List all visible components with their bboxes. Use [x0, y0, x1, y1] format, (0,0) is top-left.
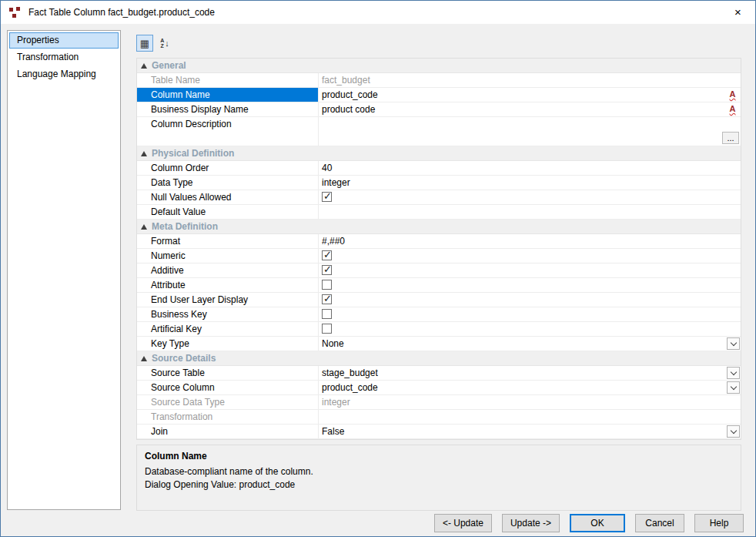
cancel-button[interactable]: Cancel — [635, 514, 684, 532]
property-value-column-name[interactable]: product_code — [319, 88, 741, 102]
property-label-business-key: Business Key — [137, 307, 319, 321]
property-value-column-order[interactable]: 40 — [319, 161, 741, 175]
property-label-source-data-type: Source Data Type — [137, 395, 319, 409]
property-row-end-user-layer-display[interactable]: End User Layer Display✓ — [137, 293, 741, 307]
sidebar-item-properties[interactable]: Properties — [9, 32, 119, 49]
toolbar: ▦ A Z ↓ — [136, 35, 173, 52]
property-row-additive[interactable]: Additive✓ — [137, 263, 741, 278]
property-label-source-column: Source Column — [137, 381, 319, 394]
property-value-format[interactable]: #,##0 — [319, 234, 741, 248]
property-label-additive: Additive — [137, 263, 319, 277]
property-value-join[interactable]: False — [319, 425, 741, 438]
property-label-data-type: Data Type — [137, 176, 319, 190]
property-label-join: Join — [137, 425, 319, 438]
section-header-physical-definition[interactable]: Physical Definition — [137, 146, 741, 161]
property-value-end-user-layer-display: ✓ — [319, 293, 741, 307]
checkmark-icon: ✓ — [323, 249, 332, 262]
property-row-null-values-allowed[interactable]: Null Values Allowed✓ — [137, 190, 741, 205]
property-label-column-description: Column Description — [137, 117, 319, 146]
dropdown-button-source-column[interactable] — [727, 381, 740, 394]
sidebar-item-transformation[interactable]: Transformation — [9, 49, 119, 65]
chevron-down-icon — [730, 368, 736, 374]
categorized-icon: ▦ — [140, 39, 149, 49]
sidebar-item-language-mapping[interactable]: Language Mapping — [9, 66, 119, 82]
dropdown-button-key-type[interactable] — [727, 337, 740, 350]
property-row-artificial-key[interactable]: Artificial Key — [137, 322, 741, 337]
property-value-source-data-type: integer — [319, 395, 741, 409]
property-value-null-values-allowed: ✓ — [319, 190, 741, 204]
section-header-general[interactable]: General — [137, 59, 741, 73]
sort-alphabetical-icon: A Z ↓ — [160, 38, 169, 49]
property-value-data-type[interactable]: integer — [319, 176, 741, 190]
checkbox-additive[interactable]: ✓ — [322, 265, 332, 275]
property-row-attribute[interactable]: Attribute — [137, 278, 741, 293]
checkbox-business-key[interactable] — [322, 309, 332, 319]
property-row-business-display-name[interactable]: Business Display Nameproduct codeA — [137, 102, 741, 117]
property-label-business-display-name: Business Display Name — [137, 102, 319, 116]
property-row-format[interactable]: Format#,##0 — [137, 234, 741, 249]
property-value-key-type[interactable]: None — [319, 337, 741, 351]
property-row-column-order[interactable]: Column Order40 — [137, 161, 741, 176]
property-label-column-name: Column Name — [137, 88, 319, 102]
footer-buttons: <- UpdateUpdate ->OKCancelHelp — [434, 514, 744, 532]
update-left-button[interactable]: <- Update — [434, 514, 492, 532]
ok-button[interactable]: OK — [570, 514, 625, 532]
property-row-key-type[interactable]: Key TypeNone — [137, 337, 741, 351]
property-row-business-key[interactable]: Business Key — [137, 307, 741, 322]
property-row-source-table[interactable]: Source Tablestage_budget — [137, 366, 741, 381]
checkbox-attribute[interactable] — [322, 280, 332, 290]
section-title: Meta Definition — [152, 221, 218, 232]
naming-standards-icon[interactable]: A — [727, 103, 738, 116]
checkmark-icon: ✓ — [323, 190, 332, 203]
property-value-source-table[interactable]: stage_budget — [319, 366, 741, 380]
property-row-numeric[interactable]: Numeric✓ — [137, 249, 741, 263]
section-title: General — [152, 60, 186, 71]
property-value-numeric: ✓ — [319, 249, 741, 263]
property-value-default-value[interactable] — [319, 205, 741, 219]
chevron-down-icon — [730, 339, 736, 345]
chevron-down-icon — [730, 427, 736, 433]
property-value-transformation — [319, 410, 741, 424]
checkbox-artificial-key[interactable] — [322, 324, 332, 334]
property-value-business-display-name[interactable]: product code — [319, 102, 741, 116]
chevron-down-icon — [730, 383, 736, 389]
property-label-transformation: Transformation — [137, 410, 319, 424]
property-label-column-order: Column Order — [137, 161, 319, 175]
description-opening-value: Dialog Opening Value: product_code — [145, 479, 733, 490]
property-row-default-value[interactable]: Default Value — [137, 205, 741, 220]
checkmark-icon: ✓ — [323, 293, 332, 306]
property-row-table-name[interactable]: Table Namefact_budget — [137, 73, 741, 88]
property-row-join[interactable]: JoinFalse — [137, 425, 741, 439]
checkbox-numeric[interactable]: ✓ — [322, 250, 332, 260]
property-row-source-data-type[interactable]: Source Data Typeinteger — [137, 395, 741, 410]
property-label-end-user-layer-display: End User Layer Display — [137, 293, 319, 307]
property-row-transformation[interactable]: Transformation — [137, 410, 741, 425]
sort-letter-z: Z — [160, 43, 164, 49]
dropdown-button-source-table[interactable] — [727, 367, 740, 379]
section-header-meta-definition[interactable]: Meta Definition — [137, 220, 741, 234]
categorized-view-button[interactable]: ▦ — [136, 35, 153, 52]
property-value-source-column[interactable]: product_code — [319, 381, 741, 394]
property-row-source-column[interactable]: Source Columnproduct_code — [137, 381, 741, 395]
property-value-table-name: fact_budget — [319, 73, 741, 87]
section-title: Physical Definition — [152, 148, 234, 159]
dropdown-button-join[interactable] — [727, 425, 740, 438]
sort-letters: A Z — [160, 38, 164, 49]
checkmark-icon: ✓ — [323, 263, 332, 277]
property-label-key-type: Key Type — [137, 337, 319, 351]
property-row-data-type[interactable]: Data Typeinteger — [137, 176, 741, 190]
section-header-source-details[interactable]: Source Details — [137, 351, 741, 366]
sort-alphabetical-button[interactable]: A Z ↓ — [156, 35, 173, 52]
close-button[interactable]: × — [721, 1, 755, 24]
ellipsis-button[interactable]: ... — [722, 132, 739, 144]
property-row-column-name[interactable]: Column Nameproduct_codeA — [137, 88, 741, 102]
property-value-column-description[interactable] — [319, 117, 741, 146]
checkbox-null-values-allowed[interactable]: ✓ — [322, 192, 332, 202]
naming-standards-icon[interactable]: A — [727, 89, 738, 101]
property-label-default-value: Default Value — [137, 205, 319, 219]
update-right-button[interactable]: Update -> — [502, 514, 560, 532]
property-value-additive: ✓ — [319, 263, 741, 277]
property-row-column-description[interactable]: Column Description... — [137, 117, 741, 146]
help-button[interactable]: Help — [694, 514, 744, 532]
checkbox-end-user-layer-display[interactable]: ✓ — [322, 294, 332, 304]
